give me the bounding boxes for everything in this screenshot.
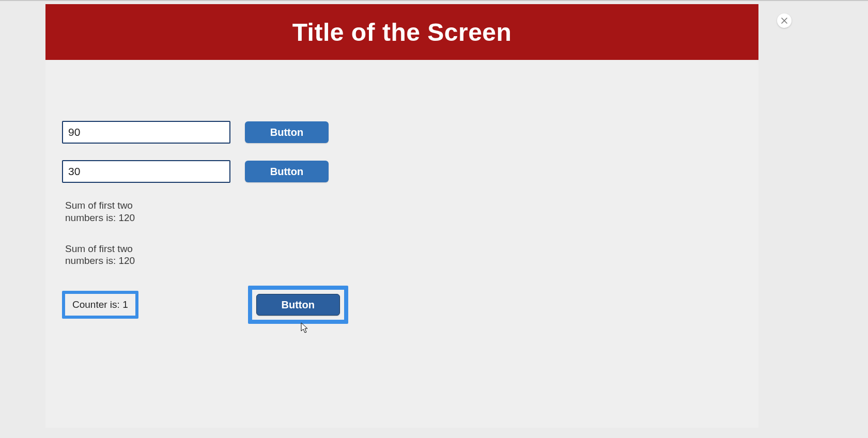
sum-text-2: Sum of first two numbers is: 120 [65, 243, 143, 268]
sum-text-1: Sum of first two numbers is: 120 [65, 199, 143, 224]
input-row-2: Button [62, 160, 758, 183]
close-button[interactable] [777, 13, 792, 28]
sum-block: Sum of first two numbers is: 120 Sum of … [65, 199, 758, 267]
counter-button[interactable]: Button [256, 294, 340, 316]
counter-row: Counter is: 1 Button [62, 286, 758, 324]
counter-button-highlight: Button [248, 286, 348, 324]
number-input-2[interactable] [62, 160, 230, 183]
content-area: Button Button Sum of first two numbers i… [45, 60, 758, 324]
app-panel: Title of the Screen Button Button Sum of… [45, 4, 758, 428]
button-2[interactable]: Button [245, 161, 329, 182]
page-title: Title of the Screen [292, 18, 512, 46]
header-bar: Title of the Screen [45, 4, 758, 60]
button-1[interactable]: Button [245, 121, 329, 143]
counter-display: Counter is: 1 [62, 291, 138, 319]
number-input-1[interactable] [62, 121, 230, 144]
close-icon [781, 18, 787, 24]
input-row-1: Button [62, 121, 758, 144]
